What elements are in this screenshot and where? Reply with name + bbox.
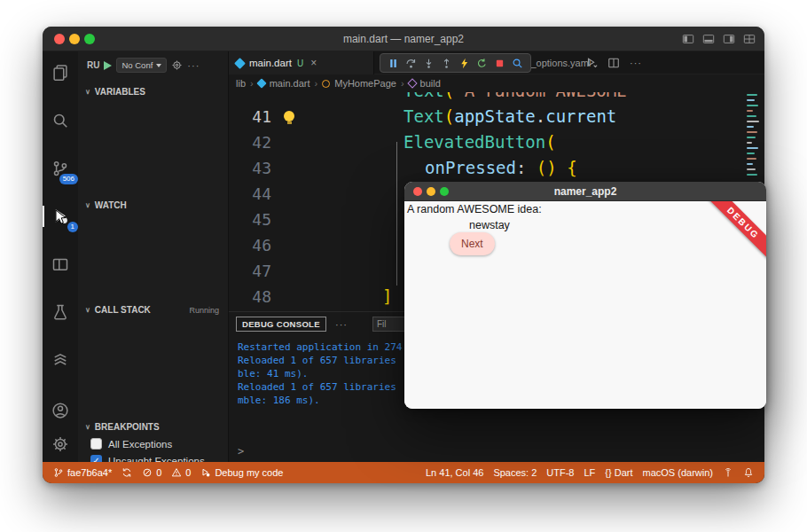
breadcrumb-item[interactable]: build [420, 78, 441, 89]
more-actions-icon[interactable]: ··· [630, 58, 642, 68]
more-actions-icon[interactable]: ··· [187, 60, 200, 71]
toggle-secondary-sidebar-icon[interactable] [723, 33, 735, 45]
code-text: onPressed: () { [280, 155, 577, 181]
breadcrumb-item[interactable]: MyHomePage [334, 78, 396, 89]
split-editor-icon[interactable] [607, 57, 620, 69]
app-title-bar[interactable]: namer_app2 [404, 182, 766, 201]
pause-icon[interactable] [388, 58, 399, 69]
debug-settings-gear-icon[interactable] [171, 59, 183, 71]
code-text [280, 232, 404, 258]
status-item[interactable]: macOS (darwin) [643, 467, 713, 478]
settings-gear-icon[interactable] [48, 432, 73, 457]
variables-label: VARIABLES [95, 87, 145, 97]
console-line: Reloaded 1 of 657 libraries [238, 380, 402, 394]
toggle-sidebar-icon[interactable] [682, 33, 694, 45]
debug-toolbar [380, 53, 531, 73]
hot-reload-icon[interactable] [458, 58, 470, 69]
warnings-item[interactable]: 0 [171, 467, 191, 478]
mouse-cursor [55, 209, 67, 225]
minimap-line [747, 153, 755, 154]
status-item[interactable]: LF [584, 467, 596, 478]
status-item[interactable]: {} Dart [605, 467, 632, 478]
notifications-bell-icon[interactable] [743, 467, 754, 478]
search-icon[interactable] [48, 108, 73, 133]
explorer-icon[interactable] [48, 60, 73, 85]
breakpoint-row[interactable]: All Exceptions [90, 438, 172, 450]
breakpoint-label: All Exceptions [108, 439, 172, 450]
toggle-panel-icon[interactable] [702, 33, 715, 45]
hot-restart-icon[interactable] [476, 58, 488, 69]
errors-item[interactable]: 0 [142, 467, 161, 478]
breakpoints-label: BREAKPOINTS [95, 422, 160, 432]
code-text [280, 207, 404, 232]
status-item[interactable]: Ln 41, Col 46 [426, 467, 483, 478]
breakpoint-checkbox[interactable] [90, 438, 102, 450]
call-stack-section-header[interactable]: ∨ CALL STACK Running [78, 305, 228, 315]
lightbulb-icon[interactable] [284, 111, 294, 121]
launch-config-dropdown[interactable]: No Conf [116, 58, 167, 73]
git-status-indicator: U [297, 59, 303, 68]
tab-bar: main.dart U × sis_options.yaml ··· [229, 51, 764, 74]
minimap[interactable] [747, 94, 761, 176]
layers-icon[interactable] [48, 348, 73, 372]
more-actions-icon[interactable]: ··· [335, 319, 348, 330]
title-bar[interactable]: main.dart — namer_app2 [43, 27, 764, 51]
breakpoints-section-header[interactable]: ∨ BREAKPOINTS [78, 422, 228, 432]
breadcrumb-item[interactable]: main.dart [270, 78, 310, 89]
start-debug-icon[interactable] [104, 61, 112, 70]
stop-icon[interactable] [494, 58, 505, 69]
editor-layout-icon[interactable] [48, 252, 73, 277]
error-count: 0 [156, 467, 161, 478]
tab-debug-console[interactable]: DEBUG CONSOLE [236, 317, 326, 332]
source-control-icon[interactable]: 506 [48, 156, 73, 181]
class-symbol-icon [322, 80, 330, 88]
indent-guide [396, 142, 397, 286]
code-line[interactable]: 41Text(appState.current [229, 104, 764, 129]
close-tab-icon[interactable]: × [310, 57, 317, 69]
debug-sidebar: RU No Conf ··· ∨ VARIABLES ∨ WATCH ∨ CAL… [78, 51, 229, 462]
code-text: Text('A random AWESOME [280, 92, 627, 104]
step-into-icon[interactable] [423, 58, 435, 69]
ports-tower-icon[interactable] [723, 467, 733, 478]
minimap-line [747, 137, 756, 138]
chevron-down-icon: ∨ [85, 306, 90, 314]
tab-main-dart[interactable]: main.dart U × [229, 51, 374, 74]
testing-icon[interactable] [48, 300, 73, 325]
code-line[interactable]: Text('A random AWESOME [229, 92, 764, 104]
status-item[interactable]: Spaces: 2 [493, 467, 537, 478]
run-view-title: RU [87, 60, 99, 70]
customize-layout-icon[interactable] [743, 33, 756, 45]
sync-changes-item[interactable] [121, 467, 132, 478]
minimap-line [747, 158, 756, 160]
line-number: 43 [229, 155, 280, 181]
line-number: 48 [229, 284, 280, 309]
console-input-prompt[interactable]: > [238, 445, 244, 458]
line-number: 47 [229, 258, 280, 284]
code-line[interactable]: 43onPressed: () { [229, 155, 764, 181]
minimap-line [747, 174, 757, 176]
status-item[interactable]: UTF-8 [546, 467, 574, 478]
git-branch-item[interactable]: fae7b6a4* [53, 467, 112, 478]
console-output: Restarted application in 274Reloaded 1 o… [238, 340, 402, 407]
step-over-icon[interactable] [405, 58, 417, 69]
line-number: 45 [229, 207, 280, 232]
accounts-icon[interactable] [48, 398, 73, 423]
minimap-line [747, 94, 757, 96]
app-body: A random AWESOME idea: newstay Next DEBU… [404, 201, 766, 409]
watch-section-header[interactable]: ∨ WATCH [78, 200, 228, 210]
step-out-icon[interactable] [441, 58, 452, 69]
widget-inspector-icon[interactable] [512, 58, 523, 69]
variables-section-header[interactable]: ∨ VARIABLES [78, 87, 228, 97]
minimap-line [747, 105, 758, 106]
run-or-debug-icon[interactable] [585, 57, 598, 69]
breadcrumb-item[interactable]: lib [236, 78, 246, 89]
tab-label: main.dart [249, 58, 292, 68]
minimap-line [747, 131, 757, 133]
debug-badge: 1 [67, 222, 78, 232]
code-line[interactable]: 42ElevatedButton( [229, 129, 764, 155]
minimap-line [747, 110, 753, 112]
breadcrumb-separator: › [250, 78, 254, 89]
generated-word: newstay [469, 219, 510, 231]
debug-target-item[interactable]: Debug my code [200, 467, 283, 478]
next-button[interactable]: Next [450, 232, 495, 255]
